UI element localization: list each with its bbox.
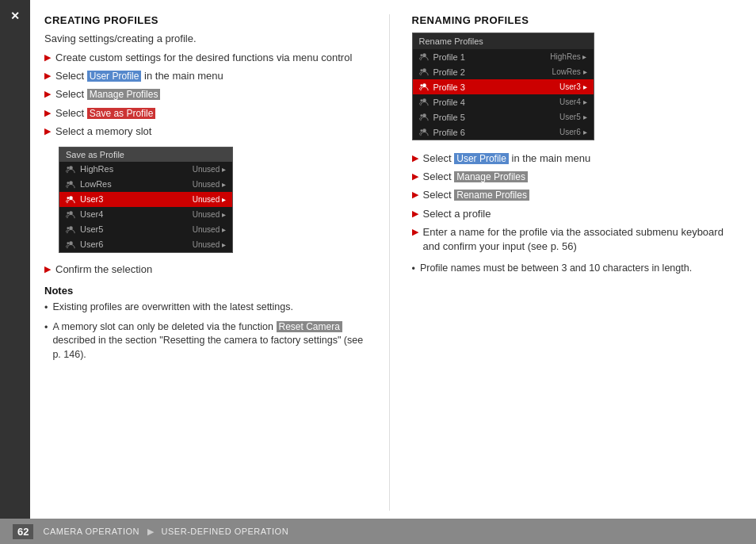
svg-point-7 — [67, 212, 69, 214]
mockup-row-highres-label: HighRes — [66, 164, 113, 174]
rename-row-profile1-label: Profile 1 — [419, 52, 465, 62]
close-icon: ✕ — [10, 10, 20, 22]
rename-arrow-4: ▶ — [412, 208, 418, 220]
mockup-row-lowres-value: Unused ▸ — [193, 180, 226, 189]
rename-profile-icon-2 — [419, 67, 430, 77]
note-bullet-2: • — [44, 321, 48, 335]
arrow-bullet-5: ▶ — [44, 125, 51, 137]
rename-arrow-3: ▶ — [412, 189, 418, 201]
reset-camera-highlight: Reset Camera — [277, 321, 342, 332]
arrow-bullet-3: ▶ — [44, 88, 51, 100]
rename-instruction-text-1: Select User Profile in the main menu — [423, 151, 591, 166]
svg-point-19 — [420, 99, 422, 102]
rename-row-profile4-value: User4 ▸ — [559, 98, 586, 106]
rename-instruction-1: ▶ Select User Profile in the main menu — [412, 151, 741, 166]
mockup-row-user5-label: User5 — [66, 224, 103, 235]
rename-instruction-text-5: Enter a name for the profile via the ass… — [423, 225, 741, 254]
mockup-row-user5-value: Unused ▸ — [193, 225, 226, 234]
confirm-instruction-list: ▶ Confirm the selection — [44, 262, 373, 277]
mockup-row-user5: User5 Unused ▸ — [59, 222, 232, 237]
creating-profiles-instructions: ▶ Create custom settings for the desired… — [44, 51, 373, 139]
profile-icon-highres — [66, 164, 76, 174]
page-footer: 62 CAMERA OPERATION ▶ USER-DEFINED OPERA… — [0, 519, 756, 544]
breadcrumb-part2: USER-DEFINED OPERATION — [162, 527, 289, 536]
content-area: ✕ CREATING PROFILES Saving settings/crea… — [0, 0, 756, 519]
profile-icon-user3 — [66, 194, 76, 205]
rename-row-profile5: Profile 5 User5 ▸ — [413, 109, 594, 125]
note-bullet-1: • — [44, 301, 48, 316]
arrow-bullet-1: ▶ — [44, 52, 51, 63]
instruction-item-3: ▶ Select Manage Profiles — [44, 87, 373, 102]
rename-instruction-text-2: Select Manage Profiles — [423, 170, 528, 184]
instruction-text-3: Select Manage Profiles — [55, 87, 160, 102]
svg-point-11 — [67, 242, 69, 244]
rename-profile-icon-6 — [419, 127, 430, 137]
footer-breadcrumb: CAMERA OPERATION ▶ USER-DEFINED OPERATIO… — [43, 527, 288, 537]
rename-row-profile2-label: Profile 2 — [419, 67, 465, 77]
rename-instruction-text-4: Select a profile — [423, 207, 491, 221]
right-note-item-1: • Profile names must be between 3 and 10… — [412, 262, 741, 277]
mockup-row-user6: User6 Unused ▸ — [59, 237, 232, 252]
svg-point-21 — [420, 114, 422, 117]
rename-row-profile1-value: HighRes ▸ — [550, 52, 586, 61]
svg-point-17 — [420, 84, 422, 86]
rename-profile-icon-3 — [419, 82, 430, 92]
manage-profiles-highlight-right: Manage Profiles — [454, 171, 528, 182]
instruction-text-1: Create custom settings for the desired f… — [55, 51, 352, 65]
rename-row-profile2: Profile 2 LowRes ▸ — [413, 64, 594, 79]
renaming-instructions: ▶ Select User Profile in the main menu ▶… — [412, 151, 741, 254]
notes-list: • Existing profiles are overwritten with… — [44, 301, 373, 362]
rename-profile-icon-1 — [419, 52, 430, 62]
mockup-row-user4-value: Unused ▸ — [193, 210, 226, 219]
mockup-row-user4: User4 Unused ▸ — [59, 207, 232, 222]
confirm-instruction-item: ▶ Confirm the selection — [44, 262, 373, 277]
right-notes-list: • Profile names must be between 3 and 10… — [412, 262, 741, 277]
mockup-row-highres-value: Unused ▸ — [193, 165, 226, 174]
note-text-2: A memory slot can only be deleted via th… — [52, 320, 372, 362]
instruction-item-1: ▶ Create custom settings for the desired… — [44, 51, 373, 65]
rename-row-profile1: Profile 1 HighRes ▸ — [413, 49, 594, 64]
rename-row-profile4-label: Profile 4 — [419, 97, 465, 107]
mockup-row-user6-label: User6 — [66, 239, 103, 250]
creating-profiles-subtitle: Saving settings/creating a profile. — [44, 33, 373, 44]
rename-arrow-5: ▶ — [412, 226, 418, 238]
rename-row-profile5-label: Profile 5 — [419, 112, 465, 122]
page-number: 62 — [13, 524, 33, 539]
rename-row-profile3-value: User3 ▸ — [559, 82, 586, 91]
main-content: CREATING PROFILES Saving settings/creati… — [30, 0, 756, 519]
profile-icon-user4 — [66, 209, 76, 220]
note-item-1: • Existing profiles are overwritten with… — [44, 301, 373, 316]
arrow-bullet-4: ▶ — [44, 107, 51, 119]
mockup-row-lowres: LowRes Unused ▸ — [59, 177, 232, 192]
breadcrumb-separator: ▶ — [147, 527, 155, 536]
note-item-2: • A memory slot can only be deleted via … — [44, 320, 373, 362]
rename-profiles-highlight: Rename Profiles — [454, 190, 529, 201]
notes-title: Notes — [44, 285, 373, 297]
user-profile-highlight-left: User Profile — [87, 71, 142, 82]
mockup-row-user4-label: User4 — [66, 209, 103, 220]
save-as-profile-mockup: Save as Profile HighRes — [59, 147, 233, 253]
mockup-row-highres: HighRes Unused ▸ — [59, 162, 232, 177]
profile-icon-lowres — [66, 179, 76, 190]
user-profile-highlight-right: User Profile — [454, 153, 509, 164]
instruction-item-2: ▶ Select User Profile in the main menu — [44, 69, 373, 83]
rename-row-profile6-value: User6 ▸ — [559, 128, 586, 136]
creating-profiles-title: CREATING PROFILES — [44, 14, 373, 26]
svg-point-15 — [420, 69, 422, 71]
breadcrumb-part1: CAMERA OPERATION — [43, 527, 139, 536]
renaming-profiles-section: RENAMING PROFILES Rename Profiles — [390, 14, 741, 511]
save-as-profile-highlight: Save as Profile — [87, 108, 156, 119]
page-container: ✕ CREATING PROFILES Saving settings/crea… — [0, 0, 756, 544]
rename-row-profile5-value: User5 ▸ — [559, 113, 586, 121]
svg-point-5 — [67, 197, 69, 199]
arrow-bullet-2: ▶ — [44, 70, 51, 82]
svg-point-3 — [67, 182, 69, 184]
instruction-text-2: Select User Profile in the main menu — [55, 69, 223, 83]
renaming-profiles-title: RENAMING PROFILES — [412, 14, 741, 26]
manage-profiles-highlight: Manage Profiles — [87, 89, 161, 100]
svg-point-23 — [420, 129, 422, 132]
mockup-row-user3-value: Unused ▸ — [193, 195, 226, 204]
mockup-row-user3: User3 Unused ▸ — [59, 192, 232, 207]
confirm-arrow-bullet: ▶ — [44, 263, 51, 275]
rename-arrow-1: ▶ — [412, 152, 418, 164]
